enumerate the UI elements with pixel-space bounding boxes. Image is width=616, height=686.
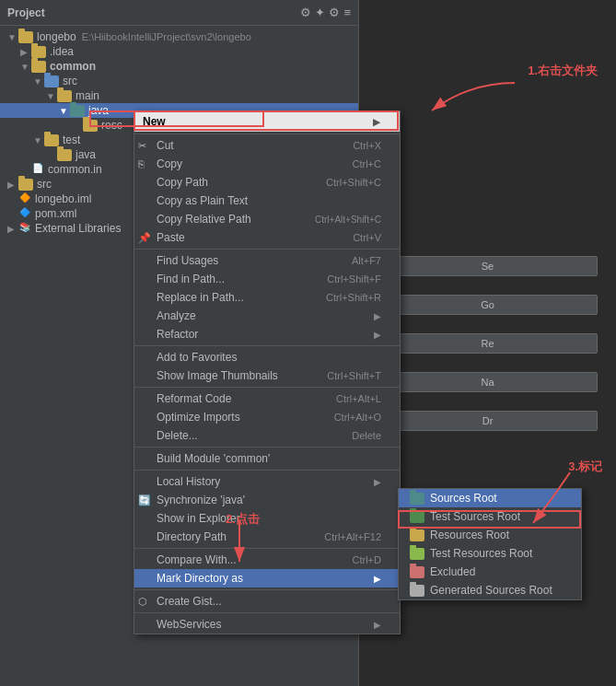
menu-icon[interactable]: ≡ — [343, 6, 351, 19]
src-arrow: ▼ — [33, 76, 44, 87]
menu-item-new[interactable]: New ▶ — [134, 111, 400, 132]
java2-folder-icon — [57, 149, 72, 161]
menu-item-reformat[interactable]: Reformat Code Ctrl+Alt+L — [134, 390, 400, 408]
menu-item-analyze[interactable]: Analyze ▶ — [134, 307, 400, 325]
menu-item-copy-relative[interactable]: Copy Relative Path Ctrl+Alt+Shift+C — [134, 210, 400, 228]
submenu-item-test-resources-root[interactable]: Test Resources Root — [399, 544, 581, 563]
new-arrow: ▶ — [373, 117, 380, 127]
menu-item-delete[interactable]: Delete... Delete — [134, 426, 400, 445]
refactor-arrow: ▶ — [374, 330, 381, 340]
menu-item-build-module[interactable]: Build Module 'common' — [134, 449, 400, 468]
menu-item-refactor[interactable]: Refactor ▶ — [134, 325, 400, 343]
delete-label: Delete... — [157, 429, 198, 442]
tree-item-main[interactable]: ▼ main — [0, 88, 358, 103]
test-arrow: ▼ — [33, 135, 44, 145]
menu-item-add-favorites[interactable]: Add to Favorites — [134, 348, 400, 366]
menu-item-copy[interactable]: ⎘ Copy Ctrl+C — [134, 155, 400, 173]
btn-se[interactable]: Se — [378, 256, 598, 276]
sep6 — [134, 470, 400, 471]
copy-path-label: Copy Path — [157, 176, 208, 189]
resc-label: resc — [101, 119, 122, 132]
menu-item-create-gist[interactable]: ⬡ Create Gist... — [134, 592, 400, 610]
show-image-label: Show Image Thumbnails — [157, 369, 278, 382]
sep8 — [134, 589, 400, 590]
webservices-label: WebServices — [157, 618, 221, 631]
local-history-label: Local History — [157, 475, 220, 488]
copy-relative-shortcut: Ctrl+Alt+Shift+C — [315, 215, 381, 225]
common-label: common — [50, 60, 96, 73]
common-arrow: ▼ — [20, 62, 31, 72]
context-menu: New ▶ ✂ Cut Ctrl+X ⎘ Copy Ctrl+C Copy Pa… — [134, 110, 401, 634]
iml-icon: 🔶 — [18, 192, 31, 205]
main-folder-icon — [57, 90, 72, 102]
src-folder-icon — [44, 76, 59, 87]
webservices-arrow: ▶ — [374, 620, 381, 630]
menu-item-find-usages[interactable]: Find Usages Alt+F7 — [134, 251, 400, 270]
tree-item-common[interactable]: ▼ common — [0, 59, 358, 74]
gear-icon[interactable]: ⚙ — [329, 6, 340, 19]
submenu-item-sources-root[interactable]: Sources Root — [399, 489, 581, 507]
sep9 — [134, 612, 400, 613]
show-image-shortcut: Ctrl+Shift+T — [327, 370, 381, 381]
mark-dir-label: Mark Directory as — [157, 572, 243, 585]
find-in-path-label: Find in Path... — [157, 273, 225, 285]
menu-item-find-in-path[interactable]: Find in Path... Ctrl+Shift+F — [134, 270, 400, 288]
tree-item-src[interactable]: ▼ src — [0, 74, 358, 88]
btn-re[interactable]: Re — [378, 333, 598, 354]
menu-item-replace[interactable]: Replace in Path... Ctrl+Shift+R — [134, 288, 400, 307]
menu-item-show-image[interactable]: Show Image Thumbnails Ctrl+Shift+T — [134, 366, 400, 385]
test-sources-root-label: Test Sources Root — [430, 510, 520, 523]
dir-path-label: Directory Path — [157, 530, 227, 543]
menu-item-dir-path[interactable]: Directory Path Ctrl+Alt+F12 — [134, 528, 400, 546]
generated-icon — [410, 585, 424, 597]
menu-item-mark-dir[interactable]: Mark Directory as ▶ — [134, 569, 400, 587]
settings-icon[interactable]: ⚙ — [300, 6, 311, 19]
idea-folder-icon — [31, 46, 46, 58]
menu-item-webservices[interactable]: WebServices ▶ — [134, 615, 400, 634]
test-label: test — [63, 134, 80, 146]
btn-go[interactable]: Go — [378, 295, 598, 315]
root-label: longebo — [37, 30, 76, 43]
menu-item-local-history[interactable]: Local History ▶ — [134, 472, 400, 491]
new-label: New — [143, 115, 166, 128]
ext-lib-label: External Libraries — [35, 222, 121, 235]
excluded-label: Excluded — [430, 565, 475, 578]
copy-label: Copy — [157, 157, 182, 170]
menu-item-copy-path[interactable]: Copy Path Ctrl+Shift+C — [134, 173, 400, 192]
test-folder-icon — [44, 134, 59, 146]
sep1 — [134, 134, 400, 134]
submenu-item-test-sources-root[interactable]: Test Sources Root — [399, 507, 581, 526]
idea-label: .idea — [50, 45, 74, 58]
menu-item-show-explorer[interactable]: Show in Explorer — [134, 509, 400, 528]
root-path: E:\HiibookIntelliJProject\svn2\longebo — [82, 31, 251, 42]
tree-item-idea[interactable]: ▶ .idea — [0, 44, 358, 59]
src2-arrow: ▶ — [7, 180, 18, 190]
main-arrow: ▼ — [46, 91, 57, 101]
test-sources-root-icon — [410, 511, 424, 523]
idea-arrow: ▶ — [20, 47, 31, 57]
menu-item-cut[interactable]: ✂ Cut Ctrl+X — [134, 136, 400, 155]
sources-root-icon — [410, 493, 424, 505]
replace-shortcut: Ctrl+Shift+R — [326, 292, 381, 303]
test-resources-root-label: Test Resources Root — [430, 547, 532, 560]
copy-path-shortcut: Ctrl+Shift+C — [326, 177, 381, 188]
java-folder-icon — [70, 105, 85, 117]
btn-na[interactable]: Na — [378, 372, 598, 392]
menu-item-optimize[interactable]: Optimize Imports Ctrl+Alt+O — [134, 408, 400, 426]
paste-shortcut: Ctrl+V — [353, 232, 381, 243]
submenu-item-generated[interactable]: Generated Sources Root — [399, 581, 581, 599]
menu-item-paste[interactable]: 📌 Paste Ctrl+V — [134, 228, 400, 247]
sort-icon[interactable]: ✦ — [315, 6, 325, 19]
src-label: src — [63, 75, 77, 87]
gist-icon: ⬡ — [138, 596, 147, 608]
menu-item-copy-plain[interactable]: Copy as Plain Text — [134, 192, 400, 210]
submenu-item-excluded[interactable]: Excluded — [399, 563, 581, 581]
btn-dr[interactable]: Dr — [378, 411, 598, 431]
cut-icon: ✂ — [138, 140, 146, 152]
submenu-item-resources-root[interactable]: Resources Root — [399, 526, 581, 544]
menu-item-synchronize[interactable]: 🔄 Synchronize 'java' — [134, 491, 400, 509]
panel-icons: ⚙ ✦ ⚙ ≡ — [300, 6, 351, 19]
menu-item-compare[interactable]: Compare With... Ctrl+D — [134, 551, 400, 569]
tree-root[interactable]: ▼ longebo E:\HiibookIntelliJProject\svn2… — [0, 29, 358, 44]
paste-icon: 📌 — [138, 232, 151, 244]
